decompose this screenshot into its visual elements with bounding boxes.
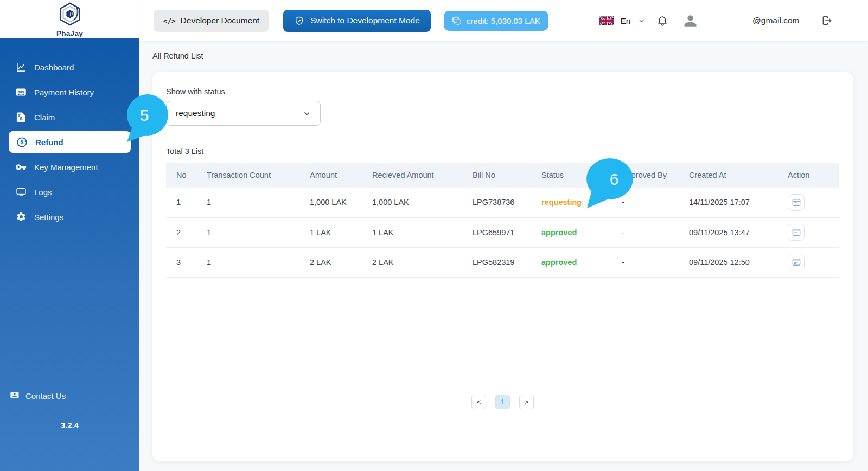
status-badge: approved [531, 217, 611, 247]
pagination-prev-button[interactable]: < [471, 395, 486, 409]
tutorial-callout-5: 5 [123, 91, 175, 150]
cell-transaction-count: 1 [196, 217, 299, 247]
refund-list-card: Show with status requesting Total 3 List [152, 72, 853, 461]
key-icon [15, 162, 27, 173]
coins-icon [452, 16, 462, 25]
cell-approved-by: - [611, 247, 679, 277]
page-title: All Refund List [152, 51, 853, 60]
cell-no: 2 [166, 217, 196, 247]
col-bill-no: Bill No [462, 163, 531, 188]
sidebar-item-settings[interactable]: Settings [0, 204, 139, 229]
topbar: </> Developer Document Switch to Develop… [139, 0, 868, 41]
developer-document-label: Developer Document [181, 16, 260, 25]
sidebar-item-claim[interactable]: $ Claim [0, 105, 139, 130]
cell-approved-by: - [611, 217, 679, 247]
sidebar-item-dashboard[interactable]: Dashboard [0, 55, 139, 80]
status-badge: approved [531, 247, 611, 277]
pay-icon: pay [15, 87, 27, 98]
col-no: No [166, 163, 196, 188]
language-selector[interactable]: En [599, 16, 645, 25]
callout-5-number: 5 [140, 106, 149, 124]
pagination: < 1 > [166, 395, 839, 409]
logo: PhaJay [0, 0, 139, 38]
callout-6-number: 6 [610, 170, 619, 188]
uk-flag-icon [599, 16, 614, 25]
sidebar-item-logs[interactable]: Logs [0, 179, 139, 204]
sidebar-item-label: Settings [34, 212, 63, 222]
sidebar-item-payment-history[interactable]: pay Payment History [0, 80, 139, 105]
main-column: </> Developer Document Switch to Develop… [139, 0, 868, 471]
svg-text:$: $ [21, 139, 24, 145]
user-avatar-icon[interactable] [682, 12, 699, 29]
pagination-next-button[interactable]: > [519, 395, 534, 409]
col-transaction-count: Transaction Count [196, 163, 299, 188]
cell-received-amount: 1 LAK [362, 217, 462, 247]
row-detail-button[interactable] [788, 254, 805, 270]
app-window: PhaJay Dashboard pay [0, 0, 868, 471]
cell-bill-no: LPG659971 [462, 217, 531, 247]
status-select[interactable]: requesting [166, 101, 321, 126]
row-detail-button[interactable] [788, 194, 805, 211]
language-label: En [621, 16, 630, 25]
monitor-icon [15, 186, 27, 198]
chevron-down-icon [638, 17, 645, 24]
sidebar-item-label: Logs [34, 188, 52, 197]
col-action: Action [777, 163, 839, 188]
content-area: All Refund List Show with status request… [139, 41, 868, 471]
cell-amount: 1,000 LAK [299, 188, 362, 217]
col-amount: Amount [299, 163, 362, 188]
switch-mode-label: Switch to Development Mode [310, 16, 420, 25]
col-created-at: Created At [679, 163, 777, 188]
svg-text:pay: pay [17, 90, 24, 94]
cell-created-at: 09/11/2025 13:47 [679, 217, 777, 247]
refund-table: No Transaction Count Amount Recieved Amo… [166, 163, 839, 278]
switch-development-mode-button[interactable]: Switch to Development Mode [283, 10, 431, 32]
status-select-value: requesting [176, 108, 215, 118]
cell-bill-no: LPG582319 [462, 247, 531, 277]
credit-label: credit: 5,030.03 LAK [467, 16, 540, 25]
app-version: 3.2.4 [0, 421, 139, 430]
sidebar-item-key-management[interactable]: Key Management [0, 154, 139, 179]
total-count-label: Total 3 List [166, 147, 839, 156]
phajay-logo-icon [58, 2, 82, 29]
sidebar-item-label: Claim [34, 113, 55, 122]
invoice-icon: $ [15, 112, 27, 123]
logout-icon[interactable] [821, 15, 832, 26]
shield-check-icon [294, 16, 304, 26]
svg-text:$: $ [20, 116, 23, 121]
cell-amount: 2 LAK [299, 247, 362, 277]
sidebar-bottom: Contact Us 3.2.4 [0, 385, 139, 430]
sidebar-item-label: Dashboard [34, 63, 74, 72]
row-detail-button[interactable] [788, 224, 805, 241]
table-header-row: No Transaction Count Amount Recieved Amo… [166, 163, 839, 188]
cell-created-at: 09/11/2025 12:50 [679, 247, 777, 277]
sidebar-item-refund[interactable]: $ Refund [9, 131, 131, 153]
sidebar: PhaJay Dashboard pay [0, 0, 139, 471]
contact-us-label: Contact Us [25, 391, 66, 401]
sidebar-menu: Dashboard pay Payment History [0, 38, 139, 229]
sidebar-item-label: Key Management [34, 163, 98, 172]
table-row: 3 1 2 LAK 2 LAK LPG582319 approved - 09/… [166, 247, 839, 277]
notifications-bell-icon[interactable] [656, 15, 668, 27]
credit-badge[interactable]: credit: 5,030.03 LAK [444, 11, 548, 31]
code-icon: </> [163, 17, 176, 25]
account-email: @gmail.com [752, 16, 799, 25]
developer-document-button[interactable]: </> Developer Document [154, 10, 269, 32]
gear-icon [15, 211, 27, 223]
cell-bill-no: LPG738736 [462, 188, 531, 217]
cell-received-amount: 1,000 LAK [362, 188, 462, 217]
cell-amount: 1 LAK [299, 217, 362, 247]
cell-received-amount: 2 LAK [362, 247, 462, 277]
sidebar-item-contact-us[interactable]: Contact Us [0, 385, 139, 407]
sidebar-item-label: Refund [35, 138, 63, 147]
tutorial-callout-6: 6 [584, 156, 638, 216]
status-filter-label: Show with status [166, 87, 839, 96]
pagination-page-1[interactable]: 1 [495, 395, 510, 409]
cell-transaction-count: 1 [196, 188, 299, 217]
line-chart-icon [15, 62, 27, 73]
cell-no: 3 [166, 247, 196, 277]
logo-text: PhaJay [56, 29, 83, 37]
table-row: 1 1 1,000 LAK 1,000 LAK LPG738736 reques… [166, 188, 839, 217]
chevron-down-icon [303, 109, 311, 118]
cell-transaction-count: 1 [196, 247, 299, 277]
